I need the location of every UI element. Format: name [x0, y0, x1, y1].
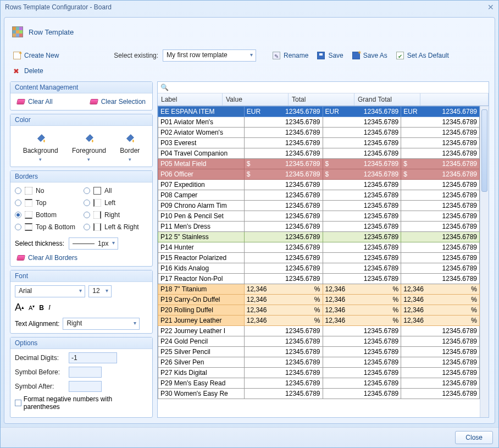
table-row[interactable]: P08 Camper12345.678912345.678912345.6789: [158, 190, 480, 201]
border-right-radio[interactable]: Right: [84, 211, 148, 219]
clear-selection-button[interactable]: Clear Selection: [88, 97, 148, 107]
rename-label: Rename: [284, 52, 308, 59]
scrollbar-thumb[interactable]: [481, 109, 487, 192]
create-new-button[interactable]: Create New: [11, 51, 61, 60]
symbol-before-input[interactable]: [69, 367, 102, 378]
table-row[interactable]: P29 Men's Easy Read12345.678912345.67891…: [158, 378, 480, 389]
save-label: Save: [328, 52, 343, 59]
border-top-radio[interactable]: Top: [15, 199, 79, 207]
table-row[interactable]: P12 5" Stainless12345.678912345.67891234…: [158, 232, 480, 242]
border-bottom-radio[interactable]: Bottom: [15, 211, 79, 219]
border-all-icon: [93, 187, 101, 195]
save-as-button[interactable]: Save As: [350, 51, 390, 60]
template-select[interactable]: My first row template: [163, 49, 256, 62]
negative-parentheses-checkbox[interactable]: [15, 400, 21, 406]
table-row[interactable]: P15 Reactor Polarized12345.678912345.678…: [158, 253, 480, 263]
background-color-button[interactable]: Background: [23, 132, 58, 162]
border-tb-radio[interactable]: Top & Bottom: [15, 223, 79, 231]
save-button[interactable]: Save: [315, 51, 345, 60]
save-as-icon: [352, 52, 360, 59]
italic-button[interactable]: I: [48, 303, 51, 312]
rename-button[interactable]: Rename: [270, 51, 311, 60]
border-left-radio[interactable]: Left: [84, 199, 148, 207]
border-all-radio[interactable]: All: [84, 187, 148, 195]
search-icon[interactable]: [160, 84, 169, 91]
border-no-radio[interactable]: No: [15, 187, 79, 195]
delete-button[interactable]: Delete: [11, 66, 46, 76]
table-row[interactable]: P17 Reactor Non-Pol12345.678912345.67891…: [158, 274, 480, 284]
delete-label: Delete: [24, 67, 43, 75]
border-color-button[interactable]: Border: [120, 132, 140, 162]
table-row[interactable]: P27 Kids Digital12345.678912345.67891234…: [158, 368, 480, 378]
col-value[interactable]: Value: [223, 93, 289, 106]
window-close-button[interactable]: ✕: [487, 3, 494, 12]
bold-button[interactable]: B: [39, 304, 44, 312]
border-color-label: Border: [120, 147, 140, 154]
grid-table[interactable]: EE ESPANA ITEMEUR12345.6789EUR12345.6789…: [158, 106, 480, 399]
template-select-value: My first row template: [167, 51, 228, 59]
delete-icon: [13, 67, 21, 75]
table-row[interactable]: P16 Kids Analog12345.678912345.678912345…: [158, 263, 480, 274]
foreground-color-button[interactable]: Foreground: [72, 132, 106, 162]
table-row[interactable]: P05 Metal Field$12345.6789$12345.6789$12…: [158, 159, 480, 169]
font-size-value: 12: [92, 287, 99, 295]
col-total[interactable]: Total: [289, 93, 354, 106]
window-title: Rows Template Configurator - Board: [5, 3, 112, 11]
borders-panel-title: Borders: [10, 171, 152, 182]
table-row[interactable]: P19 Carry-On Duffel12,346%12,346%12,346%: [158, 295, 480, 305]
table-row[interactable]: P07 Expedition12345.678912345.678912345.…: [158, 180, 480, 190]
grid-header: Label Value Total Grand Total: [158, 93, 489, 106]
decimal-digits-label: Decimal Digits:: [15, 354, 65, 362]
increase-font-button[interactable]: A▴: [15, 302, 24, 313]
close-button[interactable]: Close: [455, 431, 493, 444]
text-alignment-select[interactable]: Right: [63, 318, 140, 330]
set-default-button[interactable]: Set As Default: [394, 51, 451, 60]
page-title: Row Template: [29, 28, 74, 36]
vertical-scrollbar[interactable]: [480, 106, 489, 417]
clear-all-button[interactable]: Clear All: [15, 97, 55, 107]
table-row[interactable]: P21 Journey Leather12,346%12,346%12,346%: [158, 316, 480, 326]
border-lr-label: Left & Right: [104, 223, 139, 231]
col-spacer: [420, 93, 489, 106]
decimal-digits-input[interactable]: [69, 352, 117, 363]
col-label[interactable]: Label: [158, 93, 223, 106]
table-row[interactable]: P26 Silver Pen12345.678912345.678912345.…: [158, 357, 480, 368]
table-row[interactable]: P14 Hunter12345.678912345.678912345.6789: [158, 242, 480, 253]
border-lr-radio[interactable]: Left & Right: [84, 223, 148, 231]
eraser-icon: [16, 255, 25, 261]
table-row[interactable]: P10 Pen & Pencil Set12345.678912345.6789…: [158, 211, 480, 222]
border-bottom-label: Bottom: [36, 211, 57, 219]
decrease-font-button[interactable]: A▾: [29, 305, 35, 311]
foreground-color-label: Foreground: [72, 147, 106, 154]
table-row[interactable]: P03 Everest12345.678912345.678912345.678…: [158, 138, 480, 148]
table-row[interactable]: P20 Rolling Duffel12,346%12,346%12,346%: [158, 305, 480, 316]
symbol-after-input[interactable]: [69, 381, 102, 392]
table-row[interactable]: P02 Aviator Women's12345.678912345.67891…: [158, 128, 480, 138]
set-default-label: Set As Default: [407, 52, 449, 59]
border-left-label: Left: [104, 199, 115, 207]
thickness-select[interactable]: 1px: [69, 237, 118, 250]
table-row[interactable]: P09 Chrono Alarm Tim12345.678912345.6789…: [158, 201, 480, 211]
table-row[interactable]: P11 Men's Dress12345.678912345.678912345…: [158, 222, 480, 232]
border-left-right-icon: [93, 223, 101, 231]
table-row[interactable]: P24 Gold Pencil12345.678912345.678912345…: [158, 336, 480, 347]
content-area: Row Template Create New Select existing:…: [4, 17, 495, 424]
symbol-after-label: Symbol After:: [15, 383, 65, 390]
table-row[interactable]: P30 Women's Easy Re12345.678912345.67891…: [158, 389, 480, 399]
col-grand-total[interactable]: Grand Total: [354, 93, 420, 106]
table-row[interactable]: P06 Officer$12345.6789$12345.6789$12345.…: [158, 169, 480, 180]
border-none-icon: [25, 187, 32, 195]
font-family-select[interactable]: Arial: [15, 285, 85, 297]
table-row[interactable]: P22 Journey Leather I12345.678912345.678…: [158, 326, 480, 336]
table-row[interactable]: P18 7" Titanium12,346%12,346%12,346%: [158, 284, 480, 295]
table-row[interactable]: P01 Aviator Men's12345.678912345.6789123…: [158, 117, 480, 128]
table-row[interactable]: P04 Travel Companion12345.678912345.6789…: [158, 148, 480, 159]
table-row[interactable]: EE ESPANA ITEMEUR12345.6789EUR12345.6789…: [158, 107, 480, 117]
paint-bucket-icon: [34, 132, 47, 145]
font-size-select[interactable]: 12: [88, 285, 112, 297]
clear-all-borders-button[interactable]: Clear All Borders: [15, 253, 80, 263]
table-row[interactable]: P25 Silver Pencil12345.678912345.6789123…: [158, 347, 480, 357]
set-default-icon: [396, 52, 404, 59]
clear-all-label: Clear All: [28, 98, 53, 106]
font-panel: Font Arial 12 A▴ A▾ B I Te: [10, 270, 153, 334]
